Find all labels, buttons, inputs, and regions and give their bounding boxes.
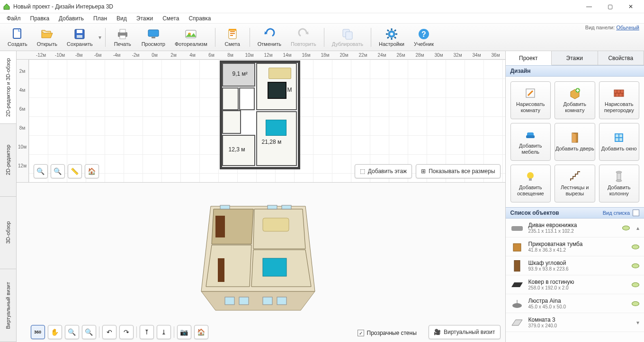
preview-button[interactable]: Просмотр [138,25,169,50]
menu-file[interactable]: Файл [2,14,26,23]
list-item[interactable]: Диван еврокнижка235.1 x 113.1 x 102.2 ▴ [506,219,644,237]
tab-virtual-visit[interactable]: Виртуальный визит [0,269,16,342]
tab-properties[interactable]: Свойства [598,51,644,65]
open-button[interactable]: Открыть [33,25,61,50]
window-icon [613,132,625,144]
panel-mode-link[interactable]: Обычный [616,25,639,30]
visibility-toggle[interactable] [632,245,639,249]
tilt-down-button[interactable]: ⤓ [157,325,171,339]
estimate-button[interactable]: Смета [219,25,246,50]
viewport-2d[interactable]: 2м4м6м8м10м12м 9,1 м² М 12,3 м [17,60,505,183]
svg-rect-48 [511,226,523,231]
undo-button[interactable]: Отменить [254,25,285,50]
zoom-in-button[interactable]: 🔍 [51,164,65,178]
room-label: М [287,87,292,93]
rotate-right-button[interactable]: ↷ [119,325,134,339]
svg-point-46 [616,171,622,173]
list-item[interactable]: Люстра Aina45.0 x 45.0 x 50.0 [506,294,644,313]
minimize-button[interactable]: — [579,1,599,12]
menu-help[interactable]: Справка [184,14,215,23]
menu-estimate[interactable]: Смета [158,14,184,23]
visibility-toggle[interactable] [632,301,639,306]
menu-floors[interactable]: Этажи [132,14,158,23]
show-dimensions-button[interactable]: ⊞Показывать все размеры [416,164,500,178]
rotate-right-icon: ↷ [124,328,129,336]
duplicate-icon [341,27,354,41]
settings-button[interactable]: Настройки [375,25,408,50]
3d-model[interactable] [192,192,324,315]
duplicate-button[interactable]: Дублировать [328,25,367,50]
svg-rect-44 [529,178,532,181]
add-lighting-button[interactable]: Добавить освещение [510,165,551,202]
home-3d-button[interactable]: 🏠 [194,325,208,339]
list-item[interactable]: Шкаф угловой93.9 x 93.8 x 223.6 [506,256,644,275]
design-section-header: Дизайн [506,65,644,77]
save-button[interactable]: Сохранить [63,25,97,50]
draw-room-button[interactable]: Нарисовать комнату [510,81,551,119]
tab-3d-view[interactable]: 3D-обзор [0,197,16,270]
svg-point-16 [390,33,393,35]
list-item[interactable]: Прикроватная тумба41.8 x 36.3 x 41.2 [506,237,644,256]
home-button[interactable]: 🏠 [85,164,99,178]
menu-add[interactable]: Добавить [54,14,89,23]
svg-rect-22 [263,297,272,305]
zoom-out-button[interactable]: 🔍 [34,164,48,178]
home-icon: 🏠 [88,167,96,175]
design-tools-grid: Нарисовать комнату Добавить комнату Нари… [506,77,644,207]
visibility-toggle[interactable] [632,282,639,287]
tilt-up-button[interactable]: ⤒ [140,325,154,339]
box-plus-icon [569,87,581,99]
svg-rect-49 [513,244,521,251]
virtual-visit-button[interactable]: 🎥 Виртуальный визит [429,325,501,339]
list-view-mode-link[interactable]: Вид списка [603,210,630,216]
tab-floors[interactable]: Этажи [552,51,598,65]
camera-icon: 🎥 [434,329,441,335]
tab-2d-editor[interactable]: 2D-редактор [0,124,16,197]
menu-view[interactable]: Вид [112,14,132,23]
zoom-in-3d-button[interactable]: 🔍 [82,325,96,339]
add-furniture-button[interactable]: Добавить мебель [510,123,551,161]
tutorial-button[interactable]: ? Учебник [410,25,438,50]
viewport-3d[interactable]: 360 ✋ 🔍 🔍 ↶ ↷ ⤒ ⤓ 📷 🏠 ✓ Прозрачные стены… [17,183,505,342]
redo-button[interactable]: Повторить [287,25,320,50]
visibility-toggle[interactable] [622,226,630,230]
transparent-walls-checkbox[interactable]: ✓ Прозрачные стены [358,330,417,336]
menu-edit[interactable]: Правка [26,14,54,23]
photorealism-button[interactable]: Фотореализм [171,25,211,50]
menu-plan[interactable]: План [89,14,112,23]
add-door-button[interactable]: Добавить дверь [555,123,595,161]
zoom-out-3d-button[interactable]: 🔍 [65,325,79,339]
objects-list[interactable]: Диван еврокнижка235.1 x 113.1 x 102.2 ▴ … [506,219,644,342]
measure-button[interactable]: 📏 [68,164,82,178]
list-view-icon[interactable] [633,210,639,216]
list-item[interactable]: Ковер в гостиную258.0 x 192.0 x 2.0 [506,275,644,294]
scroll-down-arrow[interactable]: ▾ [636,319,639,326]
add-room-button[interactable]: Добавить комнату [555,81,595,119]
create-button[interactable]: Создать [4,25,31,50]
add-window-button[interactable]: Добавить окно [599,123,639,161]
list-item[interactable]: Комната 3379.0 x 240.0 ▾ [506,313,644,332]
undo-icon [263,27,276,41]
add-floor-button[interactable]: ⬚Добавить этаж [355,164,412,178]
visibility-toggle[interactable] [632,263,639,268]
home-icon: 🏠 [197,328,205,336]
add-column-button[interactable]: Добавить колонну [599,165,639,202]
ruler-icon: 📏 [71,167,79,175]
tab-project[interactable]: Проект [506,51,552,65]
tab-2d-and-3d[interactable]: 2D-редактор и 3D-обзор [0,51,16,124]
pan-button[interactable]: ✋ [48,325,62,339]
maximize-button[interactable]: ▢ [599,1,620,12]
camera-button[interactable]: 📷 [177,325,191,339]
orbit-360-button[interactable]: 360 [31,325,45,339]
svg-rect-34 [268,205,277,209]
close-button[interactable]: ✕ [620,1,641,12]
sofa-icon [510,222,524,234]
stairs-cutouts-button[interactable]: Лестницы и вырезы [555,165,595,202]
draw-partition-button[interactable]: Нарисовать перегородку [599,81,639,119]
floor-plan[interactable]: 9,1 м² М 12,3 м 21,28 м [220,61,300,169]
save-dropdown-arrow[interactable]: ▾ [98,34,102,41]
scroll-up-arrow[interactable]: ▴ [636,225,639,231]
print-button[interactable]: Печать [109,25,136,50]
svg-rect-0 [13,29,21,38]
rotate-left-button[interactable]: ↶ [102,325,116,339]
